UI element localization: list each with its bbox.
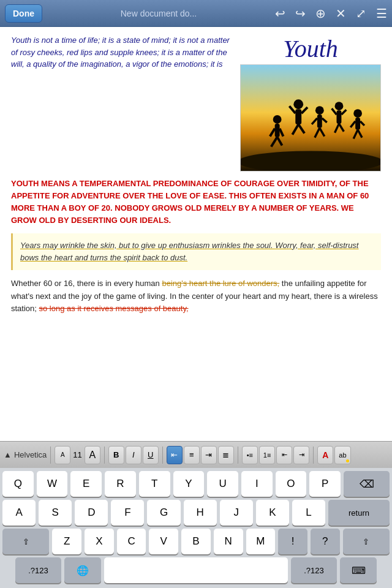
format-toolbar: ▲ Helvetica A 11 A B I U ⇤ ≡ ⇥ ≣ •≡ 1≡ ⇤…: [0, 441, 392, 468]
key-k[interactable]: K: [256, 500, 289, 526]
list-bullet-button[interactable]: •≡: [242, 446, 258, 464]
numbers-right-key[interactable]: .?123: [291, 557, 337, 583]
document-title: New document do...: [42, 9, 275, 18]
svg-rect-21: [337, 110, 342, 124]
svg-rect-15: [317, 115, 322, 128]
keyboard: Q W E R T Y U I O P ⌫ A S D F G H J K L …: [0, 468, 392, 588]
svg-point-14: [315, 106, 324, 115]
key-u[interactable]: U: [207, 471, 238, 497]
list-number-button[interactable]: 1≡: [259, 446, 276, 464]
key-y[interactable]: Y: [173, 471, 205, 497]
key-w[interactable]: W: [37, 471, 68, 497]
align-justify-button[interactable]: ≣: [218, 446, 234, 464]
key-t[interactable]: T: [139, 471, 170, 497]
key-d[interactable]: D: [75, 500, 108, 526]
align-right-button[interactable]: ⇥: [201, 446, 217, 464]
question-key[interactable]: ?: [311, 529, 340, 554]
key-z[interactable]: Z: [52, 529, 81, 554]
bold-button[interactable]: B: [108, 446, 124, 464]
quote-text: Years may wrinkle the skin, but to give …: [20, 241, 358, 262]
uppercase-quote-text: YOUTH MEANS A TEMPERAMENTAL PREDOMINANCE…: [11, 178, 381, 227]
undo-icon[interactable]: ↩: [275, 6, 285, 21]
font-group: ▲ Helvetica: [4, 450, 47, 459]
svg-point-26: [353, 109, 362, 118]
top-content: Youth is not a time of life; it is a sta…: [11, 34, 381, 172]
font-size-up-button[interactable]: A: [85, 446, 100, 464]
key-l[interactable]: L: [292, 500, 325, 526]
delete-key[interactable]: ⌫: [344, 471, 390, 497]
align-left-button[interactable]: ⇤: [167, 446, 183, 464]
key-f[interactable]: F: [111, 500, 144, 526]
svg-point-2: [273, 115, 282, 124]
font-name-label: Helvetica: [14, 450, 47, 459]
keyboard-icon-key[interactable]: ⌨: [340, 557, 377, 583]
left-body-text: Youth is not a time of life; it is a sta…: [11, 34, 234, 172]
expand-icon[interactable]: ⤢: [356, 6, 366, 21]
highlight-button[interactable]: ab•: [334, 446, 350, 464]
svg-rect-9: [295, 109, 301, 124]
separator-3: [162, 447, 163, 464]
svg-point-8: [293, 99, 303, 109]
svg-point-1: [241, 151, 380, 171]
underline-button[interactable]: U: [143, 446, 159, 464]
return-key[interactable]: return: [328, 500, 390, 526]
separator-2: [104, 447, 105, 464]
top-toolbar: Done New document do... ↩ ↪ ⊕ ✕ ⤢ ☰: [0, 0, 392, 27]
separator-4: [238, 447, 238, 464]
keyboard-row-1: Q W E R T Y U I O P ⌫: [0, 468, 392, 497]
font-size-value: 11: [73, 450, 81, 459]
align-center-button[interactable]: ≡: [184, 446, 200, 464]
key-g[interactable]: G: [147, 500, 180, 526]
key-c[interactable]: C: [117, 529, 146, 554]
redo-icon[interactable]: ↪: [295, 6, 306, 21]
key-o[interactable]: O: [276, 471, 307, 497]
add-icon[interactable]: ⊕: [315, 6, 326, 21]
keyboard-row-4: .?123 🌐 .?123 ⌨: [0, 554, 392, 588]
space-key[interactable]: [104, 557, 288, 583]
settings-icon[interactable]: ✕: [336, 6, 346, 21]
svg-point-20: [335, 102, 344, 110]
indent-decrease-button[interactable]: ⇤: [276, 446, 292, 464]
youth-title: Youth: [240, 34, 381, 63]
font-size-down-button[interactable]: A: [55, 446, 70, 464]
key-j[interactable]: J: [220, 500, 253, 526]
youth-photo: [240, 64, 381, 172]
key-e[interactable]: E: [70, 471, 102, 497]
keyboard-row-3: ⇧ Z X C V B N M ! ? ⇧: [0, 526, 392, 554]
numbers-left-key[interactable]: .?123: [15, 557, 61, 583]
key-a[interactable]: A: [2, 500, 36, 526]
globe-key[interactable]: 🌐: [64, 557, 101, 583]
exclamation-key[interactable]: !: [278, 529, 307, 554]
document-area[interactable]: Youth is not a time of life; it is a sta…: [0, 27, 392, 441]
indent-increase-button[interactable]: ⇥: [293, 446, 309, 464]
done-button[interactable]: Done: [5, 4, 42, 23]
shift-key[interactable]: ⇧: [2, 529, 49, 554]
key-v[interactable]: V: [149, 529, 178, 554]
key-i[interactable]: I: [241, 471, 273, 497]
key-x[interactable]: X: [85, 529, 114, 554]
toolbar-icons: ↩ ↪ ⊕ ✕ ⤢ ☰: [275, 6, 387, 21]
key-m[interactable]: M: [246, 529, 276, 554]
keyboard-row-2: A S D F G H J K L return: [0, 497, 392, 526]
separator-1: [50, 447, 51, 464]
body-strikethrough-1: being's heart the lure of wonders,: [162, 279, 279, 288]
key-b[interactable]: B: [181, 529, 211, 554]
body-text-1: Whether 60 or 16, there is in every huma…: [11, 279, 162, 288]
key-h[interactable]: H: [184, 500, 217, 526]
svg-rect-3: [275, 124, 280, 137]
body-strikethrough-2: so long as it receives messages of beaut…: [39, 304, 189, 313]
separator-5: [313, 447, 314, 464]
text-color-button[interactable]: A: [317, 446, 333, 464]
quote-block: Years may wrinkle the skin, but to give …: [11, 233, 381, 270]
shift-right-key[interactable]: ⇧: [343, 529, 390, 554]
font-chevron-icon: ▲: [4, 450, 12, 459]
key-q[interactable]: Q: [2, 471, 34, 497]
italic-button[interactable]: I: [126, 446, 141, 464]
key-p[interactable]: P: [309, 471, 341, 497]
key-n[interactable]: N: [214, 529, 243, 554]
body-text: Whether 60 or 16, there is in every huma…: [11, 277, 381, 315]
menu-icon[interactable]: ☰: [376, 6, 387, 21]
key-r[interactable]: R: [105, 471, 136, 497]
key-s[interactable]: S: [39, 500, 72, 526]
right-image-block: Youth: [240, 34, 381, 172]
